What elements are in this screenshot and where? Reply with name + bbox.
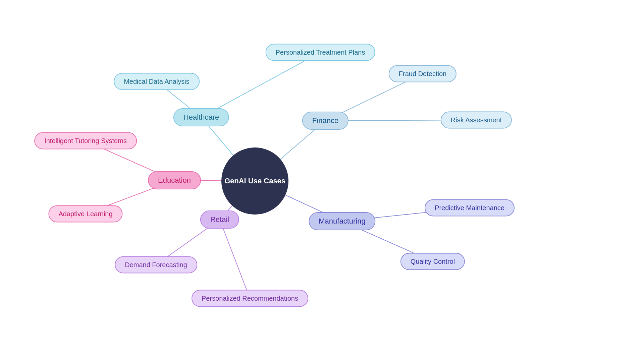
personalized-recommendations-label: Personalized Recommendations	[202, 295, 298, 302]
fraud-detection-label: Fraud Detection	[399, 70, 446, 78]
svg-line-1	[201, 52, 320, 117]
quality-control-node: Quality Control	[400, 253, 465, 270]
fraud-detection-node: Fraud Detection	[389, 65, 457, 82]
risk-assessment-node: Risk Assessment	[441, 112, 512, 129]
mind-map-diagram: GenAI Use Cases Healthcare Personalized …	[0, 0, 644, 362]
adaptive-learning-node: Adaptive Learning	[48, 205, 122, 223]
personalized-recommendations-node: Personalized Recommendations	[192, 290, 308, 307]
medical-data-node: Medical Data Analysis	[114, 73, 200, 90]
medical-data-label: Medical Data Analysis	[124, 78, 190, 85]
center-label: GenAI Use Cases	[224, 177, 285, 185]
svg-line-11	[220, 220, 250, 298]
manufacturing-label: Manufacturing	[319, 217, 365, 226]
education-label: Education	[158, 176, 191, 185]
predictive-maintenance-label: Predictive Maintenance	[435, 204, 504, 212]
retail-branch-node: Retail	[200, 210, 239, 229]
healthcare-branch-node: Healthcare	[173, 108, 229, 126]
education-branch-node: Education	[148, 171, 201, 189]
center-node: GenAI Use Cases	[221, 147, 288, 215]
demand-forecasting-label: Demand Forecasting	[125, 261, 187, 269]
manufacturing-branch-node: Manufacturing	[309, 212, 375, 230]
retail-label: Retail	[210, 215, 229, 224]
intelligent-tutoring-label: Intelligent Tutoring Systems	[44, 137, 127, 145]
intelligent-tutoring-node: Intelligent Tutoring Systems	[34, 132, 137, 149]
demand-forecasting-node: Demand Forecasting	[115, 256, 197, 274]
quality-control-label: Quality Control	[411, 258, 455, 265]
personalized-treatment-node: Personalized Treatment Plans	[266, 44, 375, 61]
adaptive-learning-label: Adaptive Learning	[58, 210, 112, 218]
personalized-treatment-label: Personalized Treatment Plans	[276, 49, 365, 56]
risk-assessment-label: Risk Assessment	[451, 116, 502, 124]
finance-label: Finance	[312, 116, 338, 125]
finance-branch-node: Finance	[302, 112, 348, 130]
predictive-maintenance-node: Predictive Maintenance	[425, 199, 515, 217]
healthcare-label: Healthcare	[183, 113, 219, 122]
